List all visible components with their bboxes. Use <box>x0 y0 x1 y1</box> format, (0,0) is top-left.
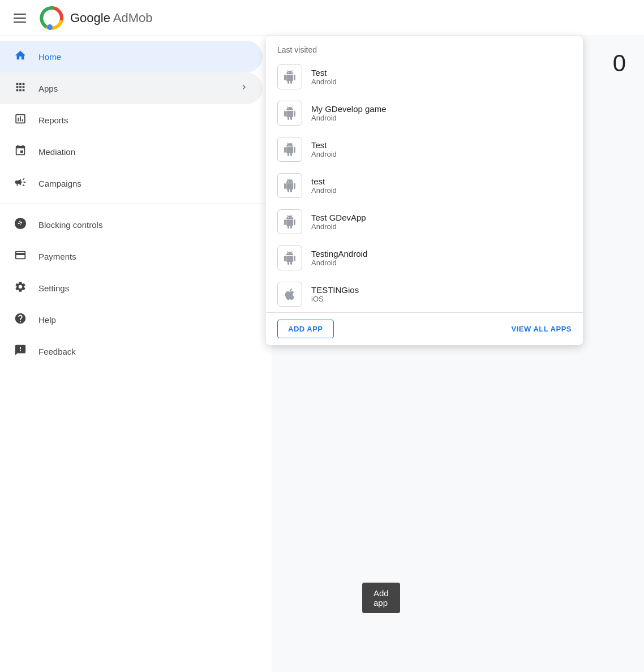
android-icon <box>283 70 297 84</box>
app-icon-android <box>277 173 302 198</box>
apple-icon <box>283 287 297 301</box>
sidebar-campaigns-label: Campaigns <box>38 179 249 188</box>
android-icon <box>283 106 297 120</box>
logo: Google AdMob <box>40 6 153 31</box>
app-name: test <box>311 176 337 186</box>
app-platform: Android <box>311 222 366 231</box>
sidebar-item-campaigns[interactable]: Campaigns <box>0 167 263 199</box>
apps-icon <box>14 81 27 96</box>
block-icon <box>14 217 27 232</box>
app-info: Test GDevApp Android <box>311 213 366 231</box>
svg-point-1 <box>47 24 53 30</box>
sidebar-help-label: Help <box>38 315 249 325</box>
sidebar-item-mediation[interactable]: Mediation <box>0 136 263 167</box>
sidebar-item-blocking[interactable]: Blocking controls <box>0 209 263 240</box>
list-item[interactable]: Test Android <box>266 131 583 167</box>
payments-icon <box>14 249 27 264</box>
app-platform: Android <box>311 114 387 122</box>
sidebar-divider <box>0 204 272 204</box>
dropdown-section-label: Last visited <box>266 36 583 59</box>
sidebar-reports-label: Reports <box>38 115 249 125</box>
sidebar-item-feedback[interactable]: Feedback <box>0 335 263 367</box>
dropdown-footer: ADD APP VIEW ALL APPS <box>266 312 583 345</box>
list-item[interactable]: test Android <box>266 167 583 204</box>
app-info: test Android <box>311 176 337 195</box>
app-icon-android <box>277 209 302 234</box>
campaigns-icon <box>14 176 27 191</box>
menu-button[interactable] <box>9 9 31 27</box>
header: Google AdMob <box>0 0 644 36</box>
app-platform: iOS <box>311 295 359 303</box>
app-icon-android <box>277 101 302 126</box>
list-item[interactable]: TestingAndroid Android <box>266 240 583 276</box>
list-item[interactable]: Test GDevApp Android <box>266 204 583 240</box>
sidebar-apps-label: Apps <box>38 84 227 93</box>
help-icon <box>14 312 27 328</box>
add-app-button[interactable]: ADD APP <box>277 320 334 338</box>
sidebar-payments-label: Payments <box>38 252 249 261</box>
sidebar-item-help[interactable]: Help <box>0 304 263 335</box>
app-icon-android <box>277 137 302 162</box>
sidebar-blocking-label: Blocking controls <box>38 220 249 230</box>
home-icon <box>14 49 27 64</box>
view-all-apps-button[interactable]: VIEW ALL APPS <box>512 325 572 333</box>
sidebar-item-home[interactable]: Home <box>0 41 263 72</box>
app-platform: Android <box>311 77 337 86</box>
app-name: Test GDevApp <box>311 213 366 222</box>
app-info: TestingAndroid Android <box>311 249 367 267</box>
sidebar-home-label: Home <box>38 52 249 62</box>
app-icon-android <box>277 245 302 270</box>
app-name: TestingAndroid <box>311 249 367 259</box>
sidebar-item-reports[interactable]: Reports <box>0 104 263 136</box>
android-icon <box>283 143 297 156</box>
main-layout: Home Apps Reports Mediation <box>0 36 644 672</box>
app-platform: Android <box>311 150 337 158</box>
android-icon <box>283 179 297 192</box>
app-info: Test Android <box>311 68 337 86</box>
sidebar-settings-label: Settings <box>38 283 249 293</box>
stat-value: 0 <box>613 50 626 77</box>
feedback-icon <box>14 344 27 359</box>
app-icon-ios <box>277 282 302 307</box>
app-info: Test Android <box>311 140 337 158</box>
settings-icon <box>14 281 27 296</box>
app-icon-android <box>277 64 302 89</box>
app-platform: Android <box>311 259 367 267</box>
sidebar-item-settings[interactable]: Settings <box>0 272 263 304</box>
admob-logo-icon <box>40 6 65 31</box>
mediation-icon <box>14 144 27 160</box>
app-info: TESTINGios iOS <box>311 285 359 303</box>
apps-dropdown-panel: Last visited Test Android <box>266 36 583 345</box>
content-area: Home Last visited Test Android <box>272 36 644 672</box>
sidebar-feedback-label: Feedback <box>38 347 249 356</box>
app-info: My GDevelop game Android <box>311 104 387 122</box>
app-name: Test <box>311 68 337 77</box>
app-name: Test <box>311 140 337 150</box>
sidebar: Home Apps Reports Mediation <box>0 36 272 672</box>
sidebar-item-apps[interactable]: Apps <box>0 72 263 104</box>
sidebar-mediation-label: Mediation <box>38 147 249 157</box>
android-icon <box>283 215 297 229</box>
list-item[interactable]: Test Android <box>266 59 583 95</box>
reports-icon <box>14 113 27 128</box>
android-icon <box>283 251 297 265</box>
list-item[interactable]: My GDevelop game Android <box>266 95 583 131</box>
right-stat-area: 0 <box>613 50 644 77</box>
chevron-right-icon <box>239 82 249 95</box>
sidebar-item-payments[interactable]: Payments <box>0 240 263 272</box>
app-name: TESTINGios <box>311 285 359 295</box>
app-platform: Android <box>311 186 337 195</box>
app-name: My GDevelop game <box>311 104 387 114</box>
logo-text: Google AdMob <box>70 11 153 25</box>
app-list: Test Android My GDevelop game Android <box>266 59 583 312</box>
list-item[interactable]: TESTINGios iOS <box>266 276 583 312</box>
add-app-tooltip: Add app <box>362 583 400 613</box>
